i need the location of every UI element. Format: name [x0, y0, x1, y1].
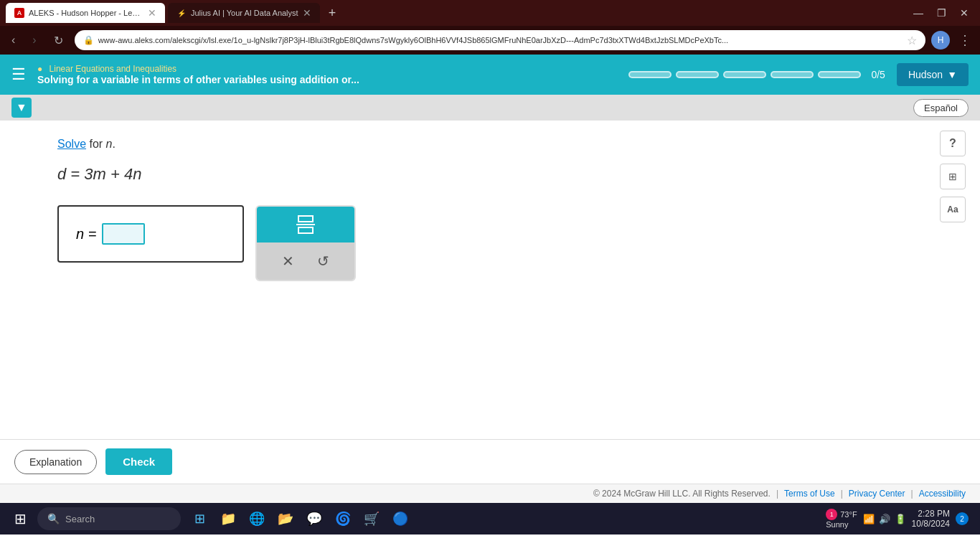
search-icon: 🔍	[47, 513, 60, 524]
system-icons: 📶 🔊 🔋	[863, 514, 906, 524]
header-title-area: ● Linear Equations and Inequalities Solv…	[37, 64, 617, 85]
espanol-button[interactable]: Español	[913, 99, 969, 117]
help-button[interactable]: ?	[940, 131, 966, 156]
lock-icon: 🔒	[83, 35, 94, 45]
window-maximize[interactable]: ❐	[931, 3, 951, 23]
hamburger-menu[interactable]: ☰	[11, 65, 26, 84]
tab-julius[interactable]: ⚡ Julius AI | Your AI Data Analyst ✕	[168, 3, 320, 23]
progress-seg-4	[771, 71, 814, 78]
tab-favicon-aleks: A	[14, 8, 24, 18]
math-keypad: ✕ ↺	[255, 205, 356, 281]
taskbar-icon-widgets[interactable]: ⊞	[187, 506, 212, 532]
profile-avatar[interactable]: H	[931, 31, 950, 50]
taskbar-icon-explorer[interactable]: 📂	[273, 506, 298, 532]
window-close[interactable]: ✕	[954, 3, 974, 23]
toggle-button[interactable]: ▼	[11, 98, 32, 118]
tab-aleks[interactable]: A ALEKS - Hudson Hopper - Lear... ✕	[6, 3, 165, 23]
explanation-button[interactable]: Explanation	[14, 450, 97, 474]
calculator-icon: ⊞	[948, 171, 957, 182]
url-text: www-awu.aleks.com/alekscgi/x/lsl.exe/1o_…	[98, 36, 903, 44]
taskbar-icon-browser[interactable]: 🌐	[244, 506, 270, 532]
taskbar-icon-teams[interactable]: 💬	[301, 506, 327, 532]
taskbar-icon-chrome[interactable]: 🔵	[387, 506, 413, 532]
equation-display: d = 3m + 4n	[57, 165, 923, 184]
tab-label-julius: Julius AI | Your AI Data Analyst	[191, 9, 298, 17]
category-dot: ●	[37, 64, 42, 74]
taskbar-icon-store[interactable]: 🛒	[359, 506, 385, 532]
privacy-link[interactable]: Privacy Center	[849, 489, 905, 499]
taskbar-right: 1 73°F Sunny 📶 🔊 🔋 2:28 PM 10/8/2024 2	[826, 509, 974, 529]
undo-button[interactable]: ↺	[308, 248, 338, 274]
sep1: |	[776, 489, 778, 499]
taskbar-icon-edge[interactable]: 🌀	[330, 506, 356, 532]
taskbar-search-bar[interactable]: 🔍 Search	[37, 507, 181, 530]
bookmark-icon[interactable]: ☆	[907, 34, 917, 47]
weather-desc: Sunny	[826, 520, 848, 529]
answer-input-box: n =	[57, 205, 244, 263]
accessibility-link[interactable]: Accessibility	[919, 489, 966, 499]
sidebar-icons: ? ⊞ Aa	[940, 131, 966, 222]
sep2: |	[841, 489, 843, 499]
browser-menu[interactable]: ⋮	[956, 32, 974, 48]
calculator-button[interactable]: ⊞	[940, 164, 966, 189]
new-tab-button[interactable]: +	[323, 6, 342, 21]
user-chevron-icon: ▼	[947, 69, 957, 80]
fraction-denominator	[298, 227, 314, 234]
url-bar[interactable]: 🔒 www-awu.aleks.com/alekscgi/x/lsl.exe/1…	[75, 30, 925, 50]
start-icon: ⊞	[14, 510, 27, 527]
taskbar: ⊞ 🔍 Search ⊞ 📁 🌐 📂 💬 🌀 🛒 🔵 1 73°F Sunny …	[0, 503, 980, 534]
copyright-bar: © 2024 McGraw Hill LLC. All Rights Reser…	[0, 484, 980, 503]
progress-seg-3	[723, 71, 766, 78]
progress-seg-1	[628, 71, 672, 78]
instruction-text: for n.	[89, 138, 115, 150]
tab-close-julius[interactable]: ✕	[303, 7, 311, 19]
tab-favicon-julius: ⚡	[176, 8, 187, 18]
current-date: 10/8/2024	[912, 519, 950, 529]
solve-instruction: Solve for n.	[57, 138, 923, 151]
notification-badge: 1	[826, 509, 837, 520]
tab-close-aleks[interactable]: ✕	[148, 7, 156, 19]
progress-seg-2	[676, 71, 719, 78]
nav-refresh[interactable]: ↻	[48, 31, 69, 50]
header-category: ● Linear Equations and Inequalities	[37, 64, 617, 74]
nav-forward[interactable]: ›	[27, 31, 42, 50]
help-icon: ?	[949, 137, 956, 150]
user-menu-button[interactable]: Hudson ▼	[897, 63, 969, 86]
search-label: Search	[65, 514, 95, 524]
battery-icon: 🔋	[895, 514, 906, 524]
toggle-bar: ▼ Español	[0, 95, 980, 121]
taskbar-time: 2:28 PM 10/8/2024	[912, 509, 950, 529]
header-subtitle: Solving for a variable in terms of other…	[37, 74, 617, 85]
answer-section: n = ✕ ↺	[57, 205, 923, 281]
keypad-bottom: ✕ ↺	[257, 242, 354, 280]
notification-button[interactable]: 2	[956, 512, 969, 525]
network-icon: 📶	[863, 514, 875, 524]
weather-widget: 1 73°F Sunny	[826, 509, 857, 529]
progress-text: 0/5	[871, 69, 885, 80]
taskbar-icons: ⊞ 📁 🌐 📂 💬 🌀 🛒 🔵	[187, 506, 413, 532]
volume-icon: 🔊	[879, 514, 890, 524]
app-footer: Explanation Check	[0, 439, 980, 484]
clear-button[interactable]: ✕	[273, 248, 303, 274]
nav-back[interactable]: ‹	[6, 31, 21, 50]
app-header: ☰ ● Linear Equations and Inequalities So…	[0, 55, 980, 95]
main-content: ▼ Español Solve for n. d = 3m + 4n n =	[0, 95, 980, 439]
taskbar-icon-files[interactable]: 📁	[215, 506, 241, 532]
problem-area: Solve for n. d = 3m + 4n n =	[0, 121, 980, 298]
fraction-line	[296, 224, 315, 225]
terms-link[interactable]: Terms of Use	[784, 489, 835, 499]
font-size-button[interactable]: Aa	[940, 197, 966, 222]
user-name: Hudson	[908, 69, 943, 80]
start-button[interactable]: ⊞	[6, 506, 34, 532]
fraction-button[interactable]	[296, 215, 315, 234]
math-input-field[interactable]	[102, 223, 145, 245]
font-icon: Aa	[947, 204, 958, 215]
keypad-top	[257, 207, 354, 242]
solve-link[interactable]: Solve	[57, 138, 86, 150]
fraction-numerator	[298, 215, 314, 222]
window-minimize[interactable]: —	[908, 3, 928, 23]
tab-label-aleks: ALEKS - Hudson Hopper - Lear...	[29, 9, 143, 17]
check-button[interactable]: Check	[105, 448, 172, 475]
sep3: |	[911, 489, 913, 499]
copyright-text: © 2024 McGraw Hill LLC. All Rights Reser…	[593, 489, 771, 499]
